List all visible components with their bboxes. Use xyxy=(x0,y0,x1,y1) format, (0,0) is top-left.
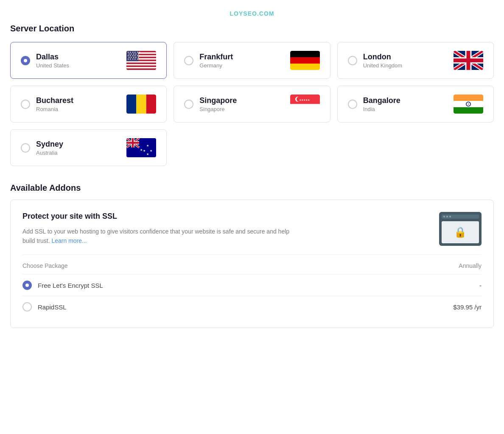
svg-rect-23 xyxy=(126,95,136,114)
flag-bangalore xyxy=(454,95,483,114)
radio-london[interactable] xyxy=(348,56,357,65)
watermark: LOYSEO.COM xyxy=(10,10,494,17)
city-london: London xyxy=(363,53,403,61)
choose-package-frequency: Annually xyxy=(459,262,482,269)
city-sydney: Sydney xyxy=(36,140,63,149)
ssl-label-rapidssl: RapidSSL xyxy=(38,303,67,311)
svg-rect-19 xyxy=(290,51,320,57)
city-bangalore: Bangalore xyxy=(363,96,400,105)
svg-rect-12 xyxy=(126,69,156,70)
svg-text:★: ★ xyxy=(140,148,143,151)
svg-text:★: ★ xyxy=(150,149,152,152)
svg-rect-10 xyxy=(126,66,156,67)
ssl-illustration: 🔒 xyxy=(439,212,482,246)
svg-rect-21 xyxy=(290,64,320,70)
flag-singapore: ★★★★★ xyxy=(290,95,320,114)
location-grid: Dallas United States ★ xyxy=(10,42,494,166)
radio-bangalore[interactable] xyxy=(348,100,357,109)
svg-rect-24 xyxy=(137,95,146,114)
radio-singapore[interactable] xyxy=(184,100,193,109)
country-frankfurt: Germany xyxy=(199,62,233,69)
svg-rect-20 xyxy=(290,57,320,64)
svg-text:★: ★ xyxy=(146,144,149,147)
ssl-price-rapidssl: $39.95 /yr xyxy=(453,303,482,311)
svg-text:★: ★ xyxy=(143,149,146,152)
ssl-price-free-ssl: - xyxy=(479,282,482,289)
location-card-dallas[interactable]: Dallas United States ★ xyxy=(10,42,167,79)
flag-dallas: ★ ★ ★ ★ ★ ★ ★ ★ ★ ★ ★ ★ ★ ★ ★ ★ ★ ★ ★ ★ … xyxy=(126,51,156,70)
city-dallas: Dallas xyxy=(36,53,69,61)
country-bangalore: India xyxy=(363,106,400,112)
flag-bucharest xyxy=(126,95,156,114)
location-card-frankfurt[interactable]: Frankfurt Germany xyxy=(174,42,330,79)
country-dallas: United States xyxy=(36,62,69,69)
radio-frankfurt[interactable] xyxy=(184,56,193,65)
country-bucharest: Romania xyxy=(36,106,73,112)
svg-rect-8 xyxy=(126,63,156,64)
location-card-singapore[interactable]: Singapore Singapore ★★★★★ xyxy=(174,86,330,122)
radio-dallas[interactable] xyxy=(21,56,30,65)
available-addons-title: Available Addons xyxy=(10,183,494,193)
learn-more-link[interactable]: Learn more... xyxy=(51,237,87,244)
location-card-london[interactable]: London United Kingdom xyxy=(337,42,494,79)
svg-rect-25 xyxy=(146,95,156,114)
city-frankfurt: Frankfurt xyxy=(199,53,233,61)
svg-rect-31 xyxy=(454,95,483,101)
svg-rect-27 xyxy=(290,104,320,114)
svg-rect-11 xyxy=(126,67,156,68)
city-bucharest: Bucharest xyxy=(36,96,73,105)
country-sydney: Australia xyxy=(36,150,63,156)
flag-sydney: ★ ★ ★ ★ ★ xyxy=(126,138,156,157)
ssl-option-rapidssl[interactable]: RapidSSL $39.95 /yr xyxy=(22,296,482,317)
ssl-radio-free-ssl[interactable] xyxy=(22,281,32,290)
location-card-sydney[interactable]: Sydney Australia ★ ★ ★ ★ ★ xyxy=(10,129,167,166)
city-singapore: Singapore xyxy=(199,96,237,105)
svg-rect-9 xyxy=(126,64,156,65)
location-card-bangalore[interactable]: Bangalore India xyxy=(337,86,494,122)
choose-package-label: Choose Package xyxy=(22,262,68,269)
svg-rect-7 xyxy=(126,61,156,62)
ssl-label-free-ssl: Free Let's Encrypt SSL xyxy=(38,282,103,289)
radio-sydney[interactable] xyxy=(21,143,30,153)
radio-bucharest[interactable] xyxy=(21,100,30,109)
server-location-title: Server Location xyxy=(10,24,494,33)
svg-text:★ ★ ★ ★ ★ ★: ★ ★ ★ ★ ★ ★ xyxy=(127,58,141,60)
flag-frankfurt xyxy=(290,51,320,70)
ssl-title: Protect your site with SSL xyxy=(22,212,431,221)
ssl-option-free-ssl[interactable]: Free Let's Encrypt SSL - xyxy=(22,274,482,296)
svg-rect-33 xyxy=(454,107,483,114)
ssl-addon-card: Protect your site with SSL Add SSL to yo… xyxy=(10,200,494,328)
location-card-bucharest[interactable]: Bucharest Romania xyxy=(10,86,167,122)
country-singapore: Singapore xyxy=(199,106,237,112)
ssl-radio-rapidssl[interactable] xyxy=(22,302,32,312)
svg-point-35 xyxy=(468,104,469,105)
flag-london xyxy=(454,51,483,70)
svg-text:★: ★ xyxy=(146,153,149,156)
svg-text:★★★★★: ★★★★★ xyxy=(299,99,309,101)
country-london: United Kingdom xyxy=(363,62,403,69)
ssl-description: Add SSL to your web hosting to give visi… xyxy=(22,227,298,246)
